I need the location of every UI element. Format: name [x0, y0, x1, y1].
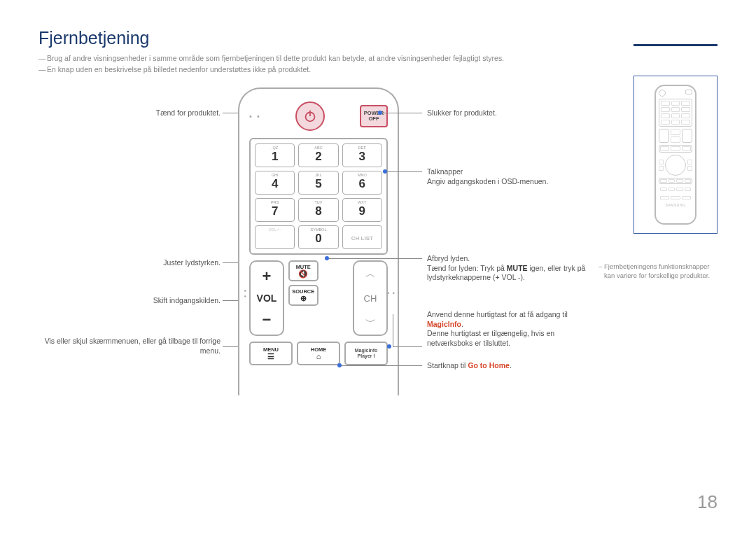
middle-controls: + VOL − MUTE 🔇 SOURCE	[249, 260, 388, 336]
power-off-button: POWER OFF	[360, 105, 388, 127]
ch-up-icon: ︿	[365, 267, 376, 281]
key-0: SYMBOL0	[298, 225, 338, 249]
vol-up-icon: +	[262, 267, 272, 286]
power-icon	[302, 108, 318, 124]
label-source: Skift indgangskilden.	[38, 296, 220, 306]
ch-down-icon: ﹀	[365, 316, 376, 329]
power-button	[295, 101, 325, 131]
label-power-off: Slukker for produktet.	[427, 108, 588, 118]
connector-dot	[378, 111, 382, 115]
numeric-keypad: ,QZ1 ABC2 DEF3 GHI4 JKL5 MNO6 PRS7 TUV8 …	[249, 138, 388, 255]
connector-dot	[387, 344, 391, 349]
note-1: Brug af andre visningsenheder i samme om…	[38, 54, 718, 62]
connector-dot	[337, 363, 342, 367]
key-9: WXY9	[342, 198, 382, 222]
connector-dot	[325, 256, 329, 260]
home-button: HOME ⌂	[297, 342, 340, 365]
menu-icon: ☰	[267, 353, 274, 360]
connector-line	[393, 346, 422, 347]
home-icon: ⌂	[316, 353, 321, 360]
page-number: 18	[697, 491, 718, 513]
key-2: ABC2	[298, 143, 338, 167]
connector-line	[328, 258, 422, 259]
decorative-dots: • •	[249, 112, 261, 120]
remote-thumbnail: SAMSUNG	[654, 85, 696, 225]
power-off-text2: OFF	[368, 116, 379, 122]
key-3: DEF3	[342, 143, 382, 167]
source-icon: ⊕	[300, 295, 307, 302]
main-content: Tænd for produktet. Juster lydstyrken. S…	[38, 87, 718, 416]
decorative-dots: • •	[241, 290, 248, 298]
middle-column: MUTE 🔇 SOURCE ⊕	[288, 260, 349, 336]
key-chlist: CH LIST	[342, 225, 382, 249]
page-title: Fjernbetjening	[38, 28, 718, 48]
vol-down-icon: −	[262, 311, 272, 329]
label-volume: Juster lydstyrken.	[38, 258, 220, 268]
thumb-keypad	[659, 99, 692, 127]
thumbnail-note: Fjernbetjeningens funktionsknapper kan v…	[598, 262, 718, 281]
decorative-dots: • •	[387, 290, 396, 297]
key-7: PRS7	[255, 198, 295, 222]
label-power-on: Tænd for produktet.	[38, 108, 220, 118]
label-numbers: Talknapper Angiv adgangskoden i OSD-menu…	[427, 167, 588, 186]
remote-top-row: • • POWER OFF	[249, 101, 388, 131]
bottom-buttons: MENU ☰ HOME ⌂ MagicInfo Player I	[249, 342, 388, 365]
ch-label: CH	[364, 293, 377, 304]
magicinfo-button: MagicInfo Player I	[344, 342, 388, 365]
volume-rocker: + VOL −	[249, 260, 284, 336]
note-2: En knap uden en beskrivelse på billedet …	[38, 65, 718, 73]
key-4: GHI4	[255, 171, 295, 195]
label-menu: Vis eller skjul skærmmenuen, eller gå ti…	[38, 337, 220, 356]
vol-label: VOL	[257, 293, 277, 304]
remote-diagram: • • POWER OFF ,QZ1 ABC2 DEF3 GHI4 JKL5 M…	[238, 87, 399, 395]
key-8: TUV8	[298, 198, 338, 222]
key-6: MNO6	[342, 171, 382, 195]
label-home: Startknap til Go to Home.	[427, 361, 588, 371]
menu-button: MENU ☰	[249, 342, 293, 365]
remote-thumbnail-box: SAMSUNG	[634, 76, 718, 234]
connector-line	[341, 365, 422, 366]
mute-icon: 🔇	[298, 270, 308, 278]
header-line	[634, 44, 718, 46]
source-button: SOURCE ⊕	[288, 285, 318, 306]
key-5: JKL5	[298, 171, 338, 195]
key-1: ,QZ1	[255, 143, 295, 167]
connector-line	[382, 113, 422, 113]
key-del: DEL-/--	[255, 225, 295, 249]
channel-rocker: ︿ CH ﹀	[353, 260, 388, 336]
mute-button: MUTE 🔇	[288, 260, 318, 281]
connector-line	[386, 171, 422, 172]
magic-text2: Player I	[358, 353, 375, 359]
brand-label: SAMSUNG	[666, 203, 686, 207]
label-magicinfo: Anvend denne hurtigtast for at få adgang…	[427, 310, 588, 349]
magic-text1: MagicInfo	[355, 348, 378, 353]
connector-line	[393, 314, 393, 346]
document-page: Fjernbetjening Brug af andre visningsenh…	[0, 0, 756, 534]
label-mute: Afbryd lyden. Tænd for lyden: Tryk på MU…	[427, 254, 588, 283]
connector-dot	[383, 169, 387, 174]
